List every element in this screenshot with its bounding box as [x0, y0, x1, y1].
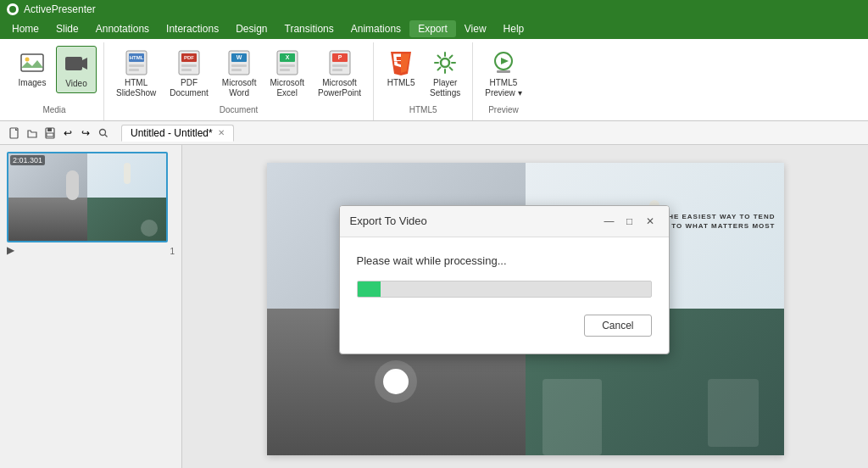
images-label: Images	[19, 78, 47, 88]
html5-group-label: HTML5	[409, 105, 437, 117]
image-icon	[19, 49, 46, 76]
ribbon-btn-player-settings[interactable]: PlayerSettings	[425, 46, 465, 102]
word-label: MicrosoftWord	[222, 78, 257, 98]
svg-rect-39	[47, 128, 52, 131]
svg-rect-17	[231, 64, 247, 67]
tab-close-button[interactable]: ✕	[218, 128, 225, 137]
ribbon-btn-word[interactable]: W MicrosoftWord	[217, 46, 262, 102]
slide-number: 1	[170, 247, 175, 256]
canvas-area: THE EASIEST WAY TO TENDTO WHAT MATTERS M…	[182, 145, 868, 468]
pdf-label: PDFDocument	[170, 78, 209, 98]
svg-point-1	[25, 58, 30, 62]
ribbon-btn-images[interactable]: Images	[12, 46, 53, 92]
ribbon-group-preview: HTML5Preview ▾ Preview	[473, 42, 533, 120]
ribbon-btn-video[interactable]: Video	[56, 46, 97, 93]
svg-point-33	[441, 58, 449, 67]
preview-group-label: Preview	[488, 105, 519, 117]
slide-canvas: THE EASIEST WAY TO TENDTO WHAT MATTERS M…	[267, 163, 784, 455]
undo-button[interactable]: ↩	[60, 125, 75, 141]
dialog-maximize-button[interactable]: □	[621, 213, 638, 230]
ribbon-group-document: HTML HTMLSlideShow PDF	[104, 42, 374, 120]
progress-bar-container	[357, 281, 652, 298]
tab-bar: ↩ ↪ Untitled - Untitled* ✕	[0, 121, 868, 145]
dialog-title-bar: Export To Video — □ ✕	[340, 206, 669, 237]
tab-label: Untitled - Untitled*	[131, 127, 213, 139]
new-button[interactable]	[7, 125, 22, 141]
redo-button[interactable]: ↪	[78, 125, 93, 141]
menu-design[interactable]: Design	[227, 20, 275, 37]
html-slideshow-label: HTMLSlideShow	[116, 78, 156, 98]
search-button[interactable]	[96, 125, 111, 141]
svg-point-41	[100, 129, 106, 135]
tab-untitled[interactable]: Untitled - Untitled* ✕	[121, 125, 234, 142]
excel-label: MicrosoftExcel	[270, 78, 304, 98]
dialog-overlay: Export To Video — □ ✕ Please wait while …	[267, 163, 784, 455]
ppt-icon: P	[326, 49, 353, 76]
ribbon-group-media: Images Video Media	[5, 42, 104, 120]
slide-time: 2:01.301	[10, 155, 45, 165]
html5-label: HTML5	[387, 78, 415, 88]
html5-preview-label: HTML5Preview ▾	[485, 78, 521, 98]
app-name: ActivePresenter	[24, 3, 96, 15]
svg-text:W: W	[236, 54, 242, 60]
svg-rect-36	[497, 70, 510, 73]
word-icon: W	[225, 49, 253, 76]
svg-rect-8	[129, 69, 139, 71]
dialog-body: Please wait while processing... Cancel	[340, 237, 669, 354]
svg-rect-23	[280, 69, 290, 71]
svg-text:HTML: HTML	[129, 55, 143, 60]
media-group-label: Media	[42, 105, 65, 117]
ppt-label: MicrosoftPowerPoint	[318, 78, 361, 98]
slide-play-icon: ▶	[7, 244, 14, 256]
slide-thumbnail[interactable]: 2:01.301	[7, 152, 168, 242]
open-button[interactable]	[25, 125, 40, 141]
dialog-minimize-button[interactable]: —	[601, 213, 618, 230]
dialog-close-button[interactable]: ✕	[642, 213, 659, 230]
svg-text:P: P	[337, 54, 342, 60]
menu-animations[interactable]: Animations	[342, 20, 409, 37]
cancel-button[interactable]: Cancel	[584, 315, 651, 337]
menu-interactions[interactable]: Interactions	[158, 20, 227, 37]
svg-rect-0	[21, 54, 43, 71]
ribbon-btn-pdf[interactable]: PDF PDFDocument	[164, 46, 214, 102]
svg-rect-18	[231, 69, 242, 71]
ribbon-btn-html5[interactable]: HTML5	[381, 46, 421, 92]
menu-export[interactable]: Export	[409, 20, 456, 37]
ribbon-btn-html5-preview[interactable]: HTML5Preview ▾	[480, 46, 526, 102]
menu-view[interactable]: View	[456, 20, 495, 37]
menu-slide[interactable]: Slide	[47, 20, 87, 37]
save-button[interactable]	[42, 125, 58, 141]
excel-icon: X	[274, 49, 301, 76]
export-dialog: Export To Video — □ ✕ Please wait while …	[339, 205, 670, 354]
toolbar-icons: ↩ ↪	[7, 125, 111, 141]
svg-rect-28	[332, 69, 342, 71]
svg-rect-7	[129, 64, 144, 67]
preview-icon	[490, 49, 517, 76]
player-settings-label: PlayerSettings	[430, 78, 460, 98]
svg-rect-40	[47, 133, 53, 136]
svg-marker-3	[82, 58, 87, 70]
html5-icon	[387, 49, 415, 76]
svg-line-42	[105, 134, 108, 136]
app-logo	[7, 3, 19, 15]
svg-rect-27	[332, 64, 348, 67]
settings-icon	[431, 49, 459, 76]
svg-rect-22	[280, 64, 295, 67]
ribbon-btn-powerpoint[interactable]: P MicrosoftPowerPoint	[313, 46, 366, 102]
dialog-title: Export To Video	[350, 214, 427, 227]
svg-rect-13	[181, 69, 192, 71]
ribbon-group-html5: HTML5 PlayerSettings HTML5	[374, 42, 473, 120]
menu-transitions[interactable]: Transitions	[276, 20, 342, 37]
svg-rect-2	[65, 57, 82, 70]
menu-bar: Home Slide Annotations Interactions Desi…	[0, 19, 868, 39]
ribbon-btn-excel[interactable]: X MicrosoftExcel	[264, 46, 309, 102]
menu-home[interactable]: Home	[3, 20, 47, 37]
pdf-icon: PDF	[175, 49, 203, 76]
dialog-actions: Cancel	[357, 315, 652, 337]
dialog-controls: — □ ✕	[601, 213, 659, 230]
slide-panel: 2:01.301 ▶ 1	[0, 145, 182, 468]
menu-help[interactable]: Help	[495, 20, 533, 37]
menu-annotations[interactable]: Annotations	[87, 20, 158, 37]
document-group-label: Document	[220, 105, 259, 117]
ribbon-btn-html-slideshow[interactable]: HTML HTMLSlideShow	[111, 46, 161, 102]
